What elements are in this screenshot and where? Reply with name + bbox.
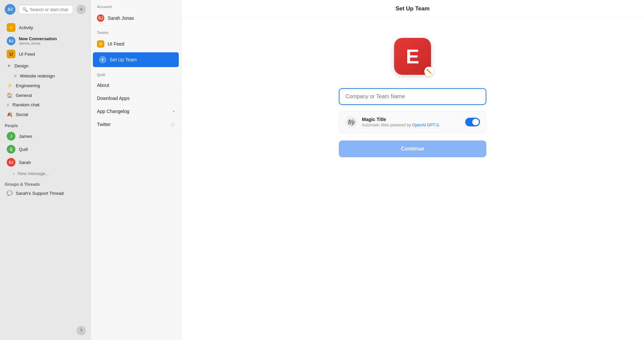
plus-icon: +	[12, 171, 15, 176]
magic-title-name: Magic Title	[362, 117, 461, 122]
magic-title-row: Magic Title Automatic titles powered by …	[339, 111, 486, 133]
menu-item-ui-feed[interactable]: U UI Feed	[91, 37, 181, 52]
quill-section-label: Quill	[91, 68, 181, 79]
random-chat-label: Random chat	[12, 102, 39, 107]
help-button[interactable]: ?	[76, 326, 86, 335]
hash-icon: #	[14, 73, 16, 78]
main-content: Set Up Team E ✏️ Magic Title Automatic t…	[181, 0, 644, 340]
sidebar-item-activity[interactable]: ⚡ Activity	[2, 21, 89, 34]
teams-section-label: Teams	[91, 26, 181, 37]
sidebar-item-sarahs-thread[interactable]: 💬 Sarah's Support Thread	[2, 188, 89, 198]
quill-label: Quill	[19, 147, 28, 152]
sidebar-bottom: ?	[0, 323, 91, 340]
account-section-label: Account	[91, 0, 181, 11]
social-icon: 🍂	[7, 112, 12, 117]
search-input[interactable]	[30, 7, 69, 12]
changelog-dot	[173, 110, 175, 112]
sidebar-item-random-chat[interactable]: # Random chat	[2, 100, 89, 109]
sarahs-thread-label: Sarah's Support Thread	[16, 191, 64, 196]
sidebar-item-social[interactable]: 🍂 Social	[2, 110, 89, 119]
sarah-jonas-label: Sarah Jonas	[108, 15, 134, 21]
sidebar-item-engineering[interactable]: ⚡ Engineering	[2, 81, 89, 90]
edit-icon: ✏️	[426, 69, 432, 74]
new-message-button[interactable]: + New message...	[0, 169, 91, 178]
magic-title-info: Magic Title Automatic titles powered by …	[362, 117, 461, 127]
sidebar-item-sarah[interactable]: SJ Sarah	[2, 156, 89, 169]
ui-feed-menu-icon: U	[97, 40, 104, 48]
sarah-avatar: SJ	[7, 158, 15, 167]
page-title: Set Up Team	[395, 5, 430, 12]
ui-feed-label: UI Feed	[19, 52, 35, 57]
sidebar-item-new-conversation[interactable]: SJ New Conversation James Jonas	[2, 34, 89, 47]
openai-icon	[345, 116, 357, 128]
activity-label: Activity	[19, 25, 33, 30]
openai-link[interactable]: OpenAI GPT-3.	[412, 123, 440, 127]
set-up-team-icon: +	[99, 56, 106, 63]
sarah-label: Sarah	[19, 160, 31, 165]
about-label: About	[97, 82, 109, 88]
ui-feed-icon: U	[7, 50, 15, 58]
main-header: Set Up Team	[181, 0, 644, 18]
new-conv-sub: James Jonas	[19, 41, 57, 45]
james-avatar: J	[7, 132, 15, 140]
magic-title-toggle[interactable]	[465, 118, 480, 126]
sidebar-item-ui-feed[interactable]: U UI Feed	[2, 48, 89, 60]
menu-item-twitter[interactable]: Twitter ⬡	[91, 118, 181, 131]
quill-avatar: Q	[7, 145, 15, 154]
ui-feed-menu-label: UI Feed	[108, 41, 124, 47]
sidebar-item-quill[interactable]: Q Quill	[2, 143, 89, 156]
app-icon-wrapper: E ✏️	[394, 38, 431, 75]
people-section-header: People	[0, 119, 91, 129]
thread-icon: 💬	[7, 190, 12, 196]
menu-item-about[interactable]: About	[91, 79, 181, 92]
setup-container: E ✏️ Magic Title Automatic titles powere…	[295, 18, 530, 171]
set-up-team-label: Set Up Team	[110, 57, 137, 62]
user-avatar[interactable]: SJ	[5, 4, 15, 15]
magic-title-desc: Automatic titles powered by OpenAI GPT-3…	[362, 123, 461, 127]
sidebar-item-james[interactable]: J James	[2, 130, 89, 143]
sidebar-content: ⚡ Activity SJ New Conversation James Jon…	[0, 19, 91, 323]
download-apps-label: Download Apps	[97, 96, 129, 101]
design-label: Design	[14, 63, 29, 68]
james-label: James	[19, 134, 32, 139]
search-bar[interactable]: 🔍	[19, 5, 73, 14]
menu-item-app-changelog[interactable]: App Changelog	[91, 105, 181, 118]
sidebar-header: SJ 🔍 +	[0, 0, 91, 19]
new-message-label: New message...	[18, 171, 49, 176]
continue-button[interactable]: Continue	[339, 140, 486, 157]
left-sidebar: SJ 🔍 + ⚡ Activity SJ New Conversation Ja…	[0, 0, 91, 340]
menu-item-sarah-jonas[interactable]: SJ Sarah Jonas	[91, 11, 181, 26]
activity-icon: ⚡	[7, 23, 15, 32]
menu-item-set-up-team[interactable]: + Set Up Team	[93, 52, 179, 67]
menu-item-download-apps[interactable]: Download Apps	[91, 92, 181, 105]
random-chat-icon: #	[7, 102, 9, 107]
website-redesign-label: Website redesign	[20, 73, 55, 78]
new-conv-label: New Conversation	[19, 36, 57, 41]
engineering-label: Engineering	[16, 83, 40, 88]
sidebar-item-website-redesign[interactable]: # Website redesign	[2, 71, 89, 80]
engineering-icon: ⚡	[7, 83, 12, 88]
search-icon: 🔍	[22, 7, 28, 12]
middle-panel: Account SJ Sarah Jonas Teams U UI Feed +…	[91, 0, 181, 340]
design-icon: ✦	[7, 63, 11, 69]
social-label: Social	[16, 112, 28, 117]
edit-badge[interactable]: ✏️	[424, 67, 434, 76]
sidebar-item-general[interactable]: 🏠 General	[2, 91, 89, 100]
add-button[interactable]: +	[76, 5, 86, 14]
sarah-jonas-avatar: SJ	[97, 14, 104, 22]
app-changelog-label: App Changelog	[97, 109, 129, 114]
external-link-icon: ⬡	[171, 122, 175, 127]
app-icon-letter: E	[406, 45, 419, 68]
general-label: General	[16, 93, 32, 98]
groups-section-header: Groups & Threads	[0, 178, 91, 188]
new-conv-avatar: SJ	[7, 37, 15, 45]
team-name-input[interactable]	[339, 88, 486, 105]
sidebar-item-design[interactable]: ✦ Design	[2, 61, 89, 71]
twitter-label: Twitter	[97, 122, 111, 127]
general-icon: 🏠	[7, 93, 12, 98]
